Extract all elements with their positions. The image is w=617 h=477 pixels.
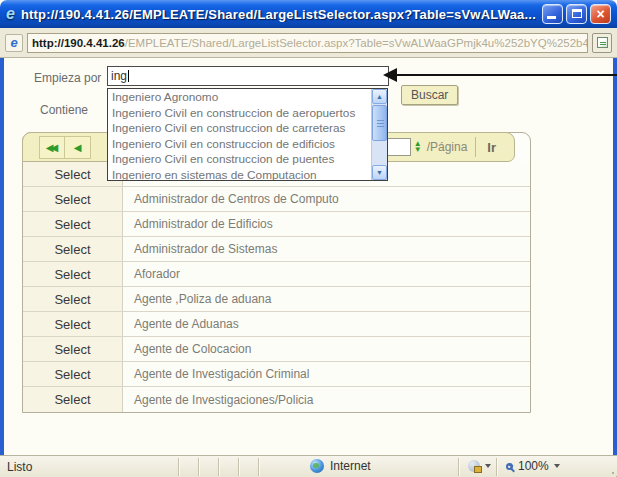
- annotation-arrow-line: [396, 74, 617, 76]
- scrollbar-thumb[interactable]: [372, 105, 387, 141]
- annotation-arrow-icon: [383, 68, 397, 82]
- statusbar-divider: [178, 458, 179, 476]
- page-size-spinner[interactable]: ▲ ▼: [414, 141, 422, 153]
- row-description: Aforador: [123, 262, 530, 286]
- row-description: Administrador de Centros de Computo: [123, 187, 530, 211]
- zoom-control[interactable]: 100%: [506, 459, 560, 473]
- minimize-icon: [547, 16, 556, 19]
- autocomplete-option[interactable]: Ingeniero Agronomo: [108, 89, 371, 105]
- security-zone: Internet: [310, 459, 371, 473]
- table-row: Select Aforador: [23, 262, 530, 287]
- internet-globe-icon: [310, 459, 324, 473]
- pager-right-group: ▲ ▼ /Página Ir: [381, 137, 506, 157]
- first-page-icon: ◀◀: [46, 142, 55, 153]
- url-domain: http://190.4.41.26: [32, 37, 125, 49]
- previous-page-button[interactable]: ◀: [65, 137, 90, 158]
- maximize-icon: [572, 9, 582, 18]
- autocomplete-option[interactable]: Ingeniero Civil en construccion de aerop…: [108, 105, 371, 121]
- scroll-up-icon[interactable]: ▲: [372, 89, 387, 104]
- autocomplete-option[interactable]: Ingeniero Civil en construccion de edifi…: [108, 136, 371, 152]
- page-content: Empieza por ing Buscar Contiene ◀◀ ◀ ▲ ▼: [0, 58, 617, 455]
- zoom-magnifier-icon: [506, 463, 513, 470]
- zone-label: Internet: [330, 459, 371, 473]
- close-icon: ×: [591, 6, 610, 23]
- statusbar-divider: [238, 458, 239, 476]
- close-button[interactable]: ×: [590, 4, 611, 24]
- search-button[interactable]: Buscar: [401, 85, 458, 105]
- window-controls: ×: [542, 4, 611, 24]
- scroll-down-icon[interactable]: ▼: [372, 165, 387, 180]
- dropdown-scrollbar[interactable]: ▲ ▼: [371, 89, 387, 180]
- pager-separator: [475, 137, 476, 157]
- row-description: Administrador de Edificios: [123, 212, 530, 236]
- per-page-label: /Página: [427, 140, 468, 154]
- row-description: Agente de Colocacion: [123, 337, 530, 361]
- pager-nav-group: ◀◀ ◀: [39, 136, 91, 159]
- autocomplete-option[interactable]: Ingeniero Civil en construccion de puent…: [108, 151, 371, 167]
- statusbar-divider: [218, 458, 219, 476]
- zoom-level: 100%: [518, 459, 549, 473]
- autocomplete-option[interactable]: Ingeniero en sistemas de Computacion: [108, 167, 371, 181]
- first-page-button[interactable]: ◀◀: [40, 137, 65, 158]
- select-link[interactable]: Select: [23, 287, 123, 311]
- url-field[interactable]: http://190.4.41.26/EMPLEATE/Shared/Large…: [27, 33, 588, 53]
- go-button[interactable]: Ir: [485, 139, 506, 156]
- select-link[interactable]: Select: [23, 237, 123, 261]
- title-bar[interactable]: e http://190.4.41.26/EMPLEATE/Shared/Lar…: [0, 0, 617, 28]
- row-description: Agente de Investigación Criminal: [123, 362, 530, 386]
- status-bar: Listo Internet 100%: [0, 455, 617, 477]
- page-action-button[interactable]: [592, 33, 612, 53]
- table-row: Select Agente de Investigaciones/Policia: [23, 387, 530, 412]
- row-description: Agente ,Poliza de aduana: [123, 287, 530, 311]
- maximize-button[interactable]: [566, 4, 587, 24]
- ie-page-icon: e: [5, 34, 23, 52]
- window-title: http://190.4.41.26/EMPLEATE/Shared/Large…: [21, 7, 536, 22]
- results-table: Select Select Administrador de Centros d…: [23, 162, 530, 412]
- select-link[interactable]: Select: [23, 312, 123, 336]
- autocomplete-list: Ingeniero Agronomo Ingeniero Civil en co…: [108, 89, 371, 180]
- resize-grip[interactable]: [612, 472, 614, 474]
- starts-with-value: ing: [111, 69, 127, 83]
- statusbar-divider: [496, 458, 497, 476]
- select-link[interactable]: Select: [23, 212, 123, 236]
- contains-label: Contiene: [40, 103, 88, 117]
- select-link[interactable]: Select: [23, 362, 123, 386]
- browser-window: e http://190.4.41.26/EMPLEATE/Shared/Lar…: [0, 0, 617, 477]
- select-link[interactable]: Select: [23, 337, 123, 361]
- statusbar-divider: [258, 458, 259, 476]
- row-description: Administrador de Sistemas: [123, 237, 530, 261]
- starts-with-input[interactable]: ing: [107, 66, 389, 86]
- select-link[interactable]: Select: [23, 187, 123, 211]
- table-row: Select Agente ,Poliza de aduana: [23, 287, 530, 312]
- chevron-down-icon: [554, 464, 560, 468]
- table-row: Select Administrador de Edificios: [23, 212, 530, 237]
- table-row: Select Agente de Colocacion: [23, 337, 530, 362]
- spinner-down-icon: ▼: [414, 147, 422, 153]
- starts-with-label: Empieza por: [34, 71, 101, 85]
- autocomplete-dropdown: Ingeniero Agronomo Ingeniero Civil en co…: [107, 88, 388, 181]
- page-icon: [597, 37, 608, 48]
- table-row: Select Administrador de Sistemas: [23, 237, 530, 262]
- autocomplete-option[interactable]: Ingeniero Civil en construccion de carre…: [108, 120, 371, 136]
- statusbar-divider: [458, 458, 459, 476]
- select-link[interactable]: Select: [23, 387, 123, 412]
- table-row: Select Administrador de Centros de Compu…: [23, 187, 530, 212]
- previous-page-icon: ◀: [74, 142, 79, 153]
- url-path: /EMPLEATE/Shared/LargeListSelector.aspx?…: [125, 37, 588, 49]
- statusbar-divider: [198, 458, 199, 476]
- address-bar: e http://190.4.41.26/EMPLEATE/Shared/Lar…: [0, 28, 617, 58]
- text-caret: [128, 70, 129, 82]
- minimize-button[interactable]: [542, 4, 563, 24]
- row-description: Agente de Investigaciones/Policia: [123, 387, 530, 412]
- protected-mode-button[interactable]: [468, 460, 491, 472]
- table-row: Select Agente de Aduanas: [23, 312, 530, 337]
- ie-logo-icon: e: [6, 5, 15, 23]
- row-description: Agente de Aduanas: [123, 312, 530, 336]
- table-row: Select Agente de Investigación Criminal: [23, 362, 530, 387]
- chevron-down-icon: [485, 464, 491, 468]
- select-link[interactable]: Select: [23, 262, 123, 286]
- protected-mode-icon: [468, 460, 480, 472]
- status-text: Listo: [7, 460, 32, 474]
